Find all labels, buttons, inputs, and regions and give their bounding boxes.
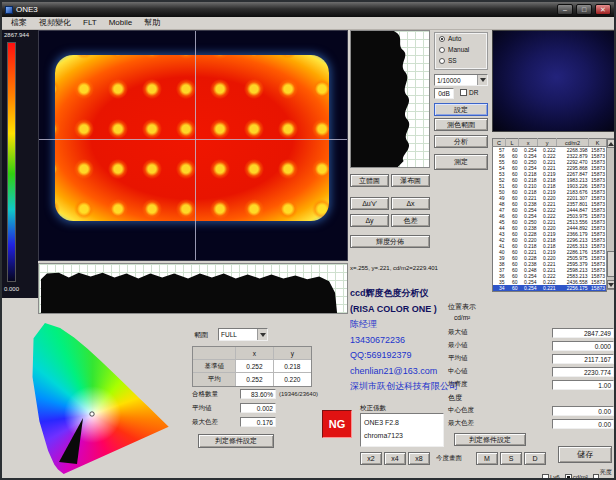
crosshair-vertical[interactable]	[195, 31, 196, 260]
row-label: 平均	[193, 373, 236, 386]
checkbox-icon[interactable]	[565, 474, 572, 480]
vertical-profile-curve	[351, 31, 429, 167]
judge-settings-button[interactable]: 判定條件設定	[198, 434, 274, 448]
delta-y-button[interactable]: Δy	[350, 214, 389, 227]
footer-check[interactable]: Lv6	[542, 474, 560, 480]
stat-value: 2230.774	[552, 367, 614, 377]
scroll-down-icon[interactable]	[607, 280, 615, 289]
reference-table: x y 基準値 0.252 0.218 平均 0.252 0.220	[192, 346, 312, 387]
stat-row: 合格數量83.60%(19346/23640)	[192, 387, 352, 401]
screen-button[interactable]: D	[524, 452, 546, 465]
camera-serial: chroma7123	[364, 429, 440, 442]
column-header: C	[493, 139, 506, 147]
column-header: cd/m2	[557, 139, 589, 147]
radio-icon[interactable]	[439, 58, 445, 64]
range-label: 範圍	[194, 330, 208, 340]
mode-ss[interactable]: SS	[435, 55, 487, 66]
colorbar-min-label: 0.000	[4, 286, 19, 292]
zoom-button[interactable]: x2	[360, 452, 382, 465]
table-scrollbar[interactable]	[606, 138, 616, 290]
measure-table-body: 57600.2540.2222268.3981587356600.2540.22…	[493, 147, 607, 292]
dr-check[interactable]: DR	[460, 89, 478, 96]
scrollbar-thumb[interactable]	[607, 251, 615, 277]
range-value: FULL	[221, 331, 237, 338]
analyze-button[interactable]: 分析	[434, 135, 488, 148]
title-bar[interactable]: ONE3 – □ ✕	[2, 2, 614, 17]
table-row: 基準値 0.252 0.218	[193, 360, 311, 373]
stat-row: 中心色度0.00	[448, 404, 614, 417]
checkbox-icon[interactable]	[593, 474, 599, 480]
chroma-title: 色度	[448, 393, 462, 403]
maximize-button[interactable]: □	[576, 4, 592, 15]
luminance-heatmap[interactable]	[38, 30, 348, 261]
stat-value: 83.60%	[240, 389, 276, 399]
screen-label: 今度畫面	[436, 454, 462, 463]
checkbox-label: 亮度値	[600, 468, 614, 480]
chevron-down-icon[interactable]	[257, 329, 267, 340]
cell-y: 0.220	[274, 373, 311, 386]
menu-item[interactable]: 視頻變化	[33, 17, 77, 29]
position-rows: 最大値2847.249最小値0.000平均値2117.167中心値2230.77…	[448, 326, 614, 391]
delta-x-button[interactable]: Δx	[391, 197, 430, 210]
shutter-select[interactable]: 1/10000	[434, 74, 488, 86]
waterfall-view-button[interactable]: 瀑布圖	[391, 174, 430, 187]
luminance-colorbar	[7, 42, 16, 282]
mode-manual[interactable]: Manual	[435, 44, 487, 55]
solid-view-button[interactable]: 立體圖	[350, 174, 389, 187]
save-button[interactable]: 儲存	[558, 446, 612, 463]
position-judge-settings-button[interactable]: 判定條件設定	[454, 433, 526, 446]
reference-image[interactable]	[492, 30, 616, 132]
menu-item[interactable]: Mobile	[103, 17, 139, 29]
radio-icon[interactable]	[439, 36, 445, 42]
menu-item[interactable]: 檔案	[5, 17, 33, 29]
table-row[interactable]: 34600.2540.2212256.17515873	[493, 285, 607, 292]
color-diff-button[interactable]: 色差	[391, 214, 430, 227]
radio-icon[interactable]	[439, 47, 445, 53]
screen-button[interactable]: S	[500, 452, 522, 465]
checkbox-icon[interactable]	[542, 474, 549, 480]
set-button[interactable]: 設定	[434, 103, 488, 116]
stat-value: 0.176	[240, 417, 276, 427]
horizontal-profile-plot	[38, 263, 348, 314]
range-select[interactable]: FULL	[218, 328, 268, 341]
stat-value: 1.00	[552, 380, 614, 390]
app-icon	[5, 6, 13, 14]
zoom-button[interactable]: x8	[408, 452, 430, 465]
column-header: L	[506, 139, 519, 147]
horizontal-profile-curve	[39, 264, 347, 313]
chevron-down-icon[interactable]	[477, 75, 487, 85]
stat-value: 2847.249	[552, 328, 614, 338]
minimize-button[interactable]: –	[557, 4, 573, 15]
stat-label: 合格數量	[192, 390, 240, 399]
cursor-readout: x=.255, y=.221, cd/m2=2229.401	[350, 265, 438, 271]
stat-row: 中心値2230.774	[448, 365, 614, 378]
stat-label: 平均値	[192, 404, 240, 413]
scroll-up-icon[interactable]	[607, 139, 615, 148]
contact-line: ccd辉度色度分析仪	[350, 286, 490, 302]
footer-check[interactable]: cd/m²	[565, 474, 588, 480]
screen-button[interactable]: M	[476, 452, 498, 465]
row-label: 基準値	[193, 360, 236, 372]
table-cell: 0.221	[538, 285, 557, 292]
menu-bar: 檔案視頻變化FLTMobile幫助	[2, 17, 614, 30]
table-cell: 60	[506, 285, 519, 292]
footer-check[interactable]: 亮度値	[593, 468, 614, 480]
delta-uv-button[interactable]: Δu'v'	[350, 197, 389, 210]
zoom-button[interactable]: x4	[384, 452, 406, 465]
stat-row: 均齊度1.00	[448, 378, 614, 391]
cie-diagram[interactable]	[26, 318, 186, 478]
mode-auto[interactable]: Auto	[435, 33, 487, 44]
menu-item[interactable]: 幫助	[138, 17, 166, 29]
stat-row: 最小値0.000	[448, 339, 614, 352]
measure-range-button[interactable]: 測色範圍	[434, 118, 488, 131]
checkbox-icon[interactable]	[460, 89, 467, 96]
menu-item[interactable]: FLT	[77, 17, 103, 29]
unit-label: cd/m²	[454, 314, 470, 321]
distribution-button[interactable]: 輝度分佈	[350, 235, 430, 248]
close-button[interactable]: ✕	[595, 4, 611, 15]
cell-y: 0.218	[274, 360, 311, 372]
measure-button[interactable]: 測定	[434, 154, 488, 170]
crosshair-horizontal[interactable]	[39, 139, 347, 140]
cie-pointer	[31, 320, 181, 475]
col-y-header: y	[274, 347, 311, 359]
